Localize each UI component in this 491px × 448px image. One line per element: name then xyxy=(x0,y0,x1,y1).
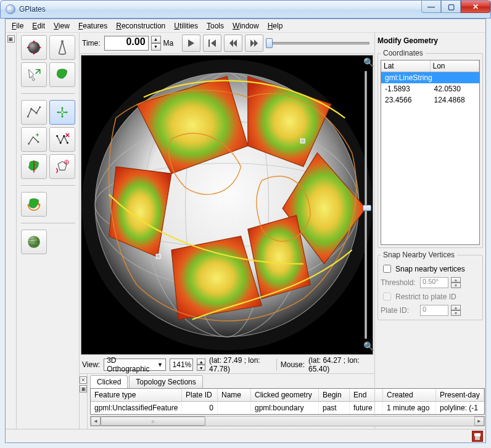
svg-point-5 xyxy=(39,106,41,108)
dock-handle-bottom[interactable]: ✕ ▣ xyxy=(80,374,88,429)
modify-geometry-panel: Modify Geometry Coordinates Lat Lon gml:… xyxy=(374,33,485,429)
threshold-input: 0.50° xyxy=(420,277,448,288)
svg-rect-24 xyxy=(156,254,160,259)
projection-value: 3D Orthographic xyxy=(107,356,157,373)
scroll-left-icon[interactable]: ◄ xyxy=(91,417,101,426)
svg-text:+: + xyxy=(35,131,39,138)
svg-point-10 xyxy=(56,135,58,137)
zoom-in-icon[interactable]: 🔍 xyxy=(363,57,374,68)
threshold-spinner: ▲▼ xyxy=(451,277,461,288)
col-feature-type[interactable]: Feature type xyxy=(91,389,182,401)
menu-edit[interactable]: Edit xyxy=(28,20,49,31)
tool-insert-vertex[interactable]: + xyxy=(21,127,47,152)
svg-point-0 xyxy=(28,41,40,54)
play-button[interactable] xyxy=(182,35,200,52)
col-lat[interactable]: Lat xyxy=(381,60,431,72)
menu-features[interactable]: Features xyxy=(75,20,111,31)
menu-file[interactable]: File xyxy=(8,20,27,31)
mouse-coords: (lat: 64.27 ; lon: 65.40) xyxy=(308,356,372,373)
zoom-spinner[interactable]: ▲▼ xyxy=(197,359,205,371)
projection-combo[interactable]: 3D Orthographic ▼ xyxy=(104,359,166,371)
window-maximize-button[interactable]: ▢ xyxy=(441,1,461,13)
zoom-percent-input[interactable]: 141% xyxy=(170,359,193,371)
tool-move-vertex[interactable] xyxy=(49,100,75,125)
col-lon[interactable]: Lon xyxy=(431,60,480,72)
menubar: File Edit View Features Reconstruction U… xyxy=(6,19,485,33)
tool-build-topology[interactable] xyxy=(21,230,47,254)
dock-float-icon[interactable]: ▣ xyxy=(80,385,87,392)
col-name[interactable]: Name xyxy=(218,389,251,401)
menu-reconstruction[interactable]: Reconstruction xyxy=(112,20,169,31)
time-spinner[interactable]: ▲▼ xyxy=(151,36,161,51)
time-input[interactable]: 0.00 xyxy=(104,36,149,51)
view-center-coords: (lat: 27.49 ; lon: 47.78) xyxy=(209,356,273,373)
svg-point-4 xyxy=(35,112,37,114)
tool-clone-feature[interactable] xyxy=(49,154,75,179)
col-clicked-geom[interactable]: Clicked geometry xyxy=(251,389,319,401)
svg-point-6 xyxy=(60,111,63,114)
tool-digitise-polyline[interactable] xyxy=(21,100,47,125)
svg-point-2 xyxy=(27,116,28,118)
step-forward-button[interactable] xyxy=(245,35,263,52)
step-back-button[interactable] xyxy=(224,35,242,52)
scroll-thumb[interactable]: ≡ xyxy=(101,417,205,426)
unsaved-changes-icon[interactable] xyxy=(472,431,483,442)
zoom-slider[interactable] xyxy=(365,71,371,339)
app-icon xyxy=(6,4,15,14)
tool-manipulate-pole[interactable] xyxy=(21,192,47,217)
dock-close-icon[interactable]: ✕ xyxy=(80,376,87,384)
snap-checkbox[interactable] xyxy=(383,265,391,273)
svg-rect-25 xyxy=(300,139,305,143)
coord-row[interactable]: -1.5893 42.0530 xyxy=(381,83,479,94)
col-begin[interactable]: Begin xyxy=(319,389,350,401)
tab-topology-sections[interactable]: Topology Sections xyxy=(129,375,202,388)
tab-clicked[interactable]: Clicked xyxy=(90,375,128,388)
tool-drag-globe[interactable] xyxy=(21,35,47,60)
time-label: Time: xyxy=(81,39,102,48)
svg-point-3 xyxy=(30,108,32,110)
window-minimize-button[interactable]: — xyxy=(421,1,441,13)
menu-help[interactable]: Help xyxy=(264,20,287,31)
zoom-out-icon[interactable]: 🔍 xyxy=(363,341,374,352)
coordinates-legend: Coordinates xyxy=(381,49,426,57)
reset-button[interactable] xyxy=(203,35,221,52)
threshold-label: Threshold: xyxy=(381,278,418,287)
toolbox: + xyxy=(17,33,80,429)
window-title: GPlates xyxy=(19,5,46,14)
tool-delete-vertex[interactable] xyxy=(49,127,75,152)
menu-tools[interactable]: Tools xyxy=(203,20,228,31)
svg-point-7 xyxy=(28,143,30,145)
geometry-type-row[interactable]: gml:LineString xyxy=(381,72,479,83)
plateid-spinner: ▲▼ xyxy=(451,305,461,316)
statusbar xyxy=(6,429,485,442)
scroll-right-icon[interactable]: ► xyxy=(474,417,484,426)
horizontal-scrollbar[interactable]: ◄ ≡ ► xyxy=(90,416,485,426)
snap-checkbox-label: Snap nearby vertices xyxy=(395,265,465,273)
window-close-button[interactable]: ✕ xyxy=(461,1,490,13)
tool-click-geometry[interactable] xyxy=(21,62,47,87)
menu-utilities[interactable]: Utilities xyxy=(170,20,202,31)
svg-point-13 xyxy=(67,142,68,144)
svg-point-8 xyxy=(37,141,39,143)
tool-measure[interactable] xyxy=(49,35,75,60)
time-slider[interactable] xyxy=(266,38,373,49)
coord-row[interactable]: 23.4566 124.4868 xyxy=(381,94,479,106)
menu-view[interactable]: View xyxy=(50,20,73,31)
mouse-label: Mouse: xyxy=(281,360,305,369)
time-toolbar: Time: 0.00 ▲▼ Ma xyxy=(80,33,374,54)
svg-point-11 xyxy=(59,142,61,144)
restrict-label: Restrict to plate ID xyxy=(395,292,456,301)
globe-canvas[interactable] xyxy=(81,55,373,355)
tool-split-feature[interactable] xyxy=(21,154,47,179)
plateid-label: Plate ID: xyxy=(381,306,418,315)
panel-title: Modify Geometry xyxy=(378,35,483,46)
col-plate-id[interactable]: Plate ID xyxy=(182,389,218,401)
dock-handle-left[interactable]: ▣ xyxy=(6,33,17,429)
menu-window[interactable]: Window xyxy=(229,20,263,31)
svg-point-12 xyxy=(63,135,65,137)
coordinates-table[interactable]: Lat Lon gml:LineString -1.5893 42.0530 2… xyxy=(381,60,480,245)
tool-choose-feature[interactable] xyxy=(49,62,75,87)
plateid-input: 0 xyxy=(420,305,448,316)
time-unit: Ma xyxy=(163,39,174,48)
dock-toggle-icon[interactable]: ▣ xyxy=(7,35,15,43)
